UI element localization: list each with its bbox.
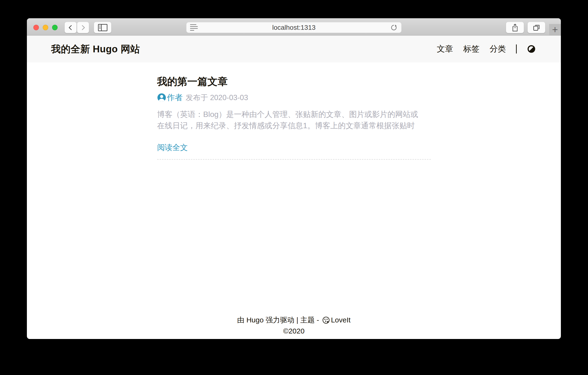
page-content: 我的第一篇文章 作者 发布于 2020-03-03 <box>27 63 561 314</box>
site-header: 我的全新 Hugo 网站 文章 标签 分类 <box>27 35 561 63</box>
author-name: 作者 <box>167 92 183 103</box>
chevron-right-icon <box>80 24 86 31</box>
post-meta: 作者 发布于 2020-03-03 <box>157 92 431 103</box>
published-date: 2020-03-03 <box>210 93 248 102</box>
new-tab-button[interactable]: + <box>549 24 561 35</box>
browser-window: localhost:1313 + 我的全新 Hugo 网站 文章 标签 分类 <box>27 18 561 339</box>
refresh-icon[interactable] <box>390 24 398 32</box>
nav-item-tags[interactable]: 标签 <box>463 43 480 54</box>
post-title-link[interactable]: 我的第一篇文章 <box>157 76 431 87</box>
summary-line: 在线日记，用来纪录、抒发情感或分享信息1。博客上的文章通常根据张贴时 <box>157 120 431 131</box>
address-bar[interactable]: localhost:1313 <box>186 22 401 33</box>
footer-powered-line: 由 Hugo 强力驱动 | 主题 - LoveIt <box>27 314 561 326</box>
url-text: localhost:1313 <box>198 24 390 32</box>
sidebar-toggle-button[interactable] <box>94 22 111 33</box>
theme-toggle-icon[interactable] <box>527 44 536 54</box>
post-summary-card: 我的第一篇文章 作者 发布于 2020-03-03 <box>157 63 431 160</box>
share-icon <box>511 23 519 32</box>
read-more-link[interactable]: 阅读全文 <box>157 142 188 153</box>
post-summary-text: 博客（英语：Blog）是一种由个人管理、张贴新的文章、图片或影片的网站或 在线日… <box>157 109 431 131</box>
chevron-left-icon <box>67 24 74 31</box>
nav-item-categories[interactable]: 分类 <box>490 43 506 54</box>
close-window-button[interactable] <box>33 25 39 30</box>
author-avatar-icon <box>157 93 166 102</box>
published-label: 发布于 <box>186 93 208 103</box>
traffic-lights <box>33 25 58 30</box>
tabs-icon <box>533 24 540 32</box>
forward-button[interactable] <box>77 22 89 33</box>
hugo-link[interactable]: Hugo <box>246 316 264 324</box>
site-footer: 由 Hugo 强力驱动 | 主题 - LoveIt ©2020 <box>27 314 561 339</box>
kissing-face-icon <box>322 316 330 324</box>
reader-mode-icon[interactable] <box>190 24 198 31</box>
zoom-window-button[interactable] <box>52 25 58 30</box>
back-button[interactable] <box>64 22 77 33</box>
author-link[interactable]: 作者 <box>157 92 183 103</box>
nav-item-posts[interactable]: 文章 <box>437 43 453 54</box>
post-divider <box>157 159 431 160</box>
browser-toolbar: localhost:1313 + <box>27 18 561 35</box>
sidebar-icon <box>98 24 107 32</box>
footer-copyright: ©2020 <box>27 326 561 337</box>
theme-link[interactable]: LoveIt <box>331 316 351 324</box>
site-nav: 文章 标签 分类 <box>437 43 536 54</box>
footer-middle: 强力驱动 | 主题 - <box>266 316 319 324</box>
summary-line: 博客（英语：Blog）是一种由个人管理、张贴新的文章、图片或影片的网站或 <box>157 109 431 120</box>
share-button[interactable] <box>506 22 524 33</box>
footer-prefix: 由 <box>237 316 244 324</box>
nav-divider <box>516 44 517 54</box>
minimize-window-button[interactable] <box>43 25 48 30</box>
tab-overview-button[interactable] <box>527 22 545 33</box>
site-title-link[interactable]: 我的全新 Hugo 网站 <box>51 43 140 56</box>
plus-icon: + <box>552 25 558 35</box>
